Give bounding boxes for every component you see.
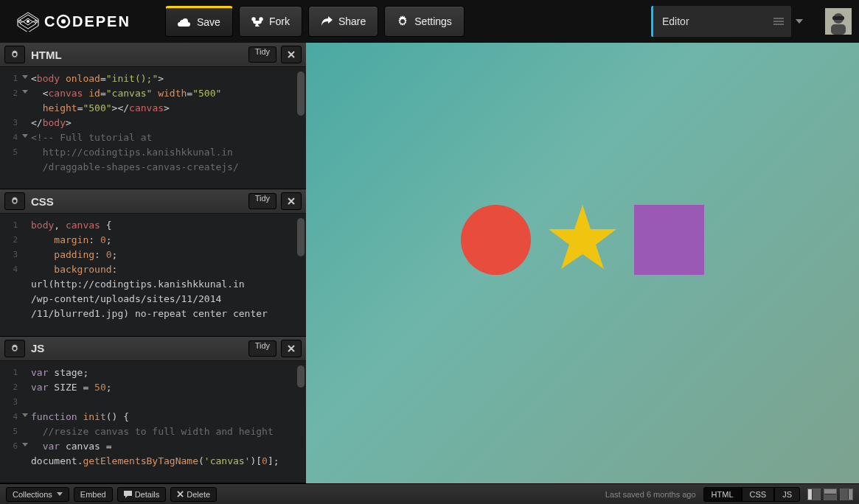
saved-text: Last saved 6 months ago: [605, 490, 696, 499]
html-editor[interactable]: 1<body onload="init();">2 <canvas id="ca…: [0, 67, 306, 189]
comment-icon: [124, 491, 132, 498]
svg-point-0: [27, 20, 29, 23]
cloud-icon: [178, 17, 191, 27]
main: HTML Tidy 1<body onload="init();">2 <can…: [0, 43, 859, 483]
settings-label: Settings: [414, 15, 452, 27]
css-tidy-button[interactable]: Tidy: [248, 193, 277, 209]
svg-point-3: [61, 19, 66, 24]
pane-header-css: CSS Tidy: [0, 189, 306, 214]
svg-rect-20: [841, 489, 848, 500]
topbar: CDEPEN Save Fork Share Settings Editor: [0, 0, 859, 43]
avatar[interactable]: [825, 8, 852, 35]
view-group: HTML CSS JS: [703, 487, 800, 502]
profile-caret-icon[interactable]: [796, 19, 803, 24]
css-settings-button[interactable]: [4, 192, 25, 210]
svg-text:C: C: [44, 13, 56, 29]
delete-label: Delete: [187, 490, 210, 499]
view-css-button[interactable]: CSS: [742, 487, 775, 502]
share-icon: [321, 16, 333, 27]
css-editor[interactable]: 1body, canvas {2 margin: 0;3 padding: 0;…: [0, 214, 306, 335]
layout-right-icon[interactable]: [840, 489, 853, 500]
svg-text:DEPEN: DEPEN: [72, 13, 131, 29]
fork-button[interactable]: Fork: [239, 6, 302, 37]
gear-icon: [397, 15, 408, 27]
preview-star[interactable]: [546, 201, 619, 277]
bottombar: Collections Embed Details Delete Last sa…: [0, 483, 859, 504]
scrollbar[interactable]: [297, 365, 305, 388]
gear-icon: [10, 344, 19, 353]
share-button[interactable]: Share: [308, 6, 378, 37]
preview-pane[interactable]: [306, 43, 859, 483]
save-button[interactable]: Save: [165, 6, 233, 37]
close-icon: [288, 51, 295, 58]
js-editor[interactable]: 1var stage;2var SIZE = 50;34function ini…: [0, 361, 306, 483]
svg-rect-15: [813, 489, 820, 500]
svg-rect-21: [849, 489, 852, 500]
scrollbar[interactable]: [297, 218, 305, 256]
close-icon: [288, 345, 295, 352]
details-button[interactable]: Details: [117, 487, 167, 502]
fork-icon: [251, 16, 263, 27]
details-label: Details: [135, 490, 160, 499]
editor-label: Editor: [662, 15, 689, 27]
svg-rect-14: [808, 489, 812, 500]
settings-button[interactable]: Settings: [384, 6, 465, 37]
close-icon: [288, 197, 295, 205]
js-close-button[interactable]: [281, 340, 302, 357]
codepen-logo[interactable]: CDEPEN: [0, 11, 162, 32]
editor-chip[interactable]: Editor: [651, 6, 791, 37]
js-tidy-button[interactable]: Tidy: [248, 340, 277, 357]
svg-rect-5: [773, 18, 784, 19]
share-label: Share: [338, 15, 366, 27]
layout-icons: [807, 489, 853, 500]
svg-rect-10: [831, 24, 846, 35]
css-title: CSS: [31, 195, 248, 208]
svg-rect-17: [824, 489, 836, 494]
gear-icon: [10, 50, 19, 59]
pane-css: CSS Tidy 1body, canvas {2 margin: 0;3 pa…: [0, 189, 306, 336]
svg-rect-7: [773, 24, 784, 25]
js-settings-button[interactable]: [4, 340, 25, 357]
layout-top-icon[interactable]: [824, 489, 837, 500]
menu-icon: [773, 18, 784, 25]
pane-header-js: JS Tidy: [0, 337, 306, 361]
html-tidy-button[interactable]: Tidy: [248, 46, 277, 63]
preview-circle[interactable]: [461, 205, 531, 275]
preview-square[interactable]: [634, 205, 704, 275]
svg-rect-18: [824, 494, 836, 500]
js-title: JS: [31, 342, 248, 354]
pane-html: HTML Tidy 1<body onload="init();">2 <can…: [0, 43, 306, 189]
html-close-button[interactable]: [281, 46, 302, 63]
embed-label: Embed: [80, 490, 106, 499]
editors: HTML Tidy 1<body onload="init();">2 <can…: [0, 43, 306, 483]
caret-down-icon: [57, 492, 63, 496]
close-icon: [177, 491, 184, 497]
css-close-button[interactable]: [281, 192, 302, 210]
delete-button[interactable]: Delete: [170, 487, 217, 502]
embed-button[interactable]: Embed: [74, 487, 113, 502]
gear-icon: [10, 197, 19, 206]
view-js-button[interactable]: JS: [774, 487, 800, 502]
view-html-button[interactable]: HTML: [703, 487, 742, 502]
scrollbar[interactable]: [297, 71, 305, 116]
svg-rect-6: [773, 21, 784, 22]
collections-label: Collections: [13, 490, 52, 499]
collections-button[interactable]: Collections: [6, 487, 69, 502]
pane-js: JS Tidy 1var stage;2var SIZE = 50;34func…: [0, 337, 306, 483]
layout-left-icon[interactable]: [807, 489, 821, 500]
html-settings-button[interactable]: [4, 46, 25, 63]
pane-header-html: HTML Tidy: [0, 43, 306, 67]
html-title: HTML: [31, 49, 248, 61]
fork-label: Fork: [269, 15, 290, 27]
svg-marker-12: [549, 205, 616, 269]
save-label: Save: [197, 16, 220, 28]
svg-rect-11: [832, 16, 844, 20]
